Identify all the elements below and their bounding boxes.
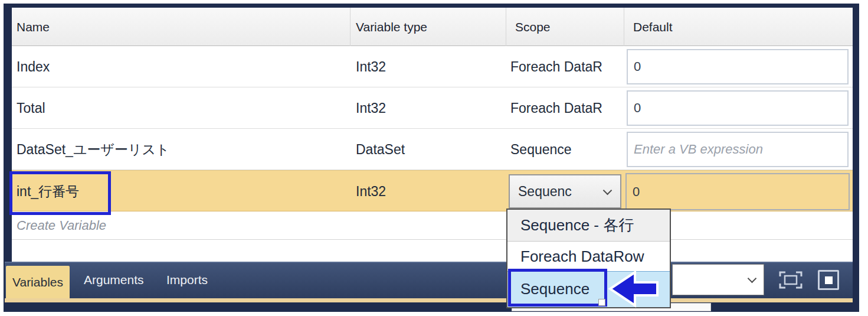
create-variable-row[interactable]: Create Variable [12, 211, 853, 240]
variables-table: Name Variable type Scope Default Index I… [12, 8, 853, 262]
variable-type-cell[interactable]: Int32 [356, 87, 503, 129]
chevron-down-icon [748, 274, 757, 284]
table-row: DataSet_ユーザーリスト DataSet Sequence Enter a… [12, 129, 853, 170]
column-header-name: Name [17, 8, 50, 46]
left-arrow-annotation-icon [607, 271, 660, 308]
tab-imports[interactable]: Imports [166, 262, 208, 298]
empty-row [12, 240, 853, 262]
variable-scope-cell[interactable]: Sequence [510, 129, 623, 170]
variable-type-cell[interactable]: Int32 [356, 46, 503, 87]
default-value-input[interactable]: 0 [627, 90, 849, 126]
variable-type-cell[interactable]: DataSet [356, 129, 503, 170]
table-row-selected: int_行番号 Int32 Sequenc 0 [12, 170, 853, 211]
annotation-box-variable-name [9, 171, 111, 215]
panel-bottom-bar: Variables Arguments Imports [5, 262, 853, 298]
chevron-down-icon [603, 186, 612, 196]
reset-zoom-icon-dot [825, 276, 833, 284]
variable-scope-cell[interactable]: Foreach DataR [510, 46, 623, 87]
tab-variables[interactable]: Variables [6, 266, 70, 298]
variables-panel: Name Variable type Scope Default Index I… [0, 0, 868, 316]
dropdown-item-foreach-datarow[interactable]: Foreach DataRow [507, 242, 670, 271]
scope-dropdown-button[interactable]: Sequenc [509, 174, 621, 209]
table-row: Index Int32 Foreach DataR 0 [12, 46, 853, 87]
scope-dropdown-value: Sequenc [518, 184, 572, 199]
default-value-input[interactable]: 0 [627, 49, 849, 84]
reset-zoom-icon[interactable] [818, 270, 839, 290]
variable-type-cell[interactable]: Int32 [356, 171, 503, 212]
fit-to-screen-icon[interactable] [778, 270, 804, 290]
variable-scope-cell[interactable]: Foreach DataR [510, 87, 623, 129]
tab-arguments[interactable]: Arguments [84, 262, 144, 298]
variable-name-cell[interactable]: Index [17, 46, 347, 87]
zoom-level-combobox[interactable] [672, 264, 764, 295]
default-value-input[interactable]: 0 [625, 173, 850, 210]
column-header-default: Default [633, 8, 673, 46]
annotation-box-sequence-item [508, 269, 607, 307]
annotation-resize-handle [598, 299, 605, 306]
column-header-scope: Scope [515, 8, 551, 46]
bottom-accent-strip [5, 298, 853, 302]
dropdown-item-sequence-each-row[interactable]: Sequence - 各行 [507, 210, 670, 242]
column-header-type: Variable type [356, 8, 427, 46]
default-value-input[interactable]: Enter a VB expression [627, 132, 849, 167]
table-header: Name Variable type Scope Default [12, 8, 853, 46]
table-row: Total Int32 Foreach DataR 0 [12, 87, 853, 129]
variable-name-cell[interactable]: DataSet_ユーザーリスト [17, 129, 347, 170]
variable-name-cell[interactable]: Total [17, 87, 347, 129]
